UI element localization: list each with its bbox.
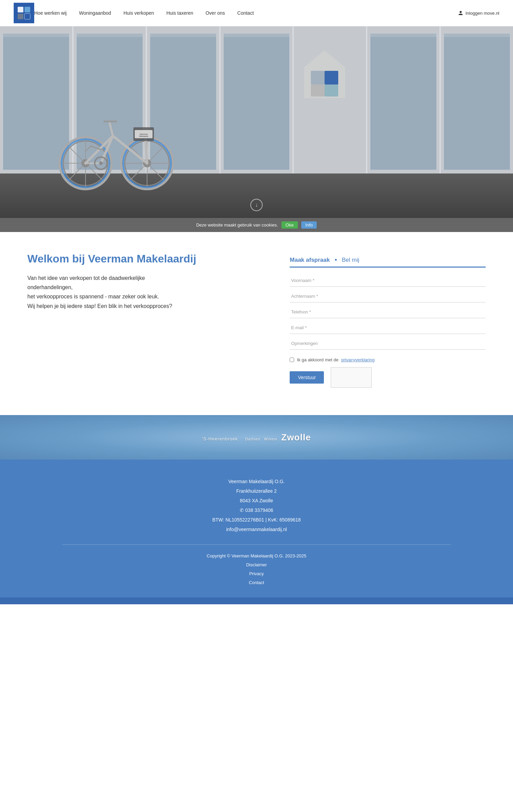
- welcome-title: Welkom bij Veerman Makelaardij: [27, 253, 262, 265]
- copyright-text: Copyright © Veerman Makelaardij O.G. 202…: [207, 553, 306, 558]
- svg-text:Makelaardij: Makelaardij: [139, 135, 148, 137]
- city-dalfsen: Dalfsen: [245, 437, 260, 441]
- svg-rect-2: [25, 7, 30, 13]
- nav-over-ons[interactable]: Over ons: [206, 10, 225, 16]
- welcome-section: Welkom bij Veerman Makelaardij Van het i…: [27, 253, 262, 388]
- wall-panel-6: [367, 26, 441, 177]
- svg-rect-1: [18, 7, 24, 13]
- svg-line-41: [86, 146, 91, 151]
- footer-bottom-bar: [0, 597, 513, 604]
- cookie-info-button[interactable]: Info: [301, 221, 317, 229]
- main-nav: Hoe werken wij Woningaanbod Huis verkope…: [34, 10, 458, 16]
- wall-panel-4: [221, 26, 294, 177]
- tab-bel-mij[interactable]: Bel mij: [342, 257, 359, 263]
- nav-woningaanbod[interactable]: Woningaanbod: [79, 10, 111, 16]
- footer-email-link[interactable]: info@veermanmakelaardij.nl: [226, 527, 287, 532]
- nav-contact[interactable]: Contact: [237, 10, 254, 16]
- login-label: Inloggen move.nl: [465, 11, 499, 16]
- map-cities: 'S-Heerenbroek Dalfsen Willem Zwolle: [202, 432, 311, 443]
- cookie-banner: Deze website maakt gebruik van cookies. …: [0, 218, 513, 232]
- footer-copyright: Copyright © Veerman Makelaardij O.G. 202…: [14, 552, 499, 587]
- city-sheerenbroek: 'S-Heerenbroek: [202, 436, 238, 441]
- puzzle-house-sign: [301, 47, 348, 102]
- achternaam-row: [290, 290, 486, 304]
- opmerkingen-row: [290, 337, 486, 351]
- scroll-down-button[interactable]: ↓: [250, 199, 263, 211]
- recaptcha-widget[interactable]: [331, 367, 372, 388]
- nav-huis-taxeren[interactable]: Huis taxeren: [166, 10, 193, 16]
- city-zwolle: Zwolle: [281, 432, 311, 442]
- cookie-message: Deze website maakt gebruik van cookies.: [196, 222, 278, 228]
- form-tabs: Maak afspraak • Bel mij: [290, 256, 486, 268]
- footer-phone: ✆ 038 3379406: [14, 505, 499, 515]
- nav-hoe-werken-wij[interactable]: Hoe werken wij: [34, 10, 67, 16]
- contact-form-section: Maak afspraak • Bel mij Ik ga akkoord me…: [290, 253, 486, 388]
- footer-address2: 8043 XA Zwolle: [14, 496, 499, 505]
- privacy-checkbox[interactable]: [290, 358, 294, 362]
- wall-panel-7: [441, 26, 513, 177]
- privacy-text: Ik ga akkoord met de: [297, 357, 338, 362]
- nav-huis-verkopen[interactable]: Huis verkopen: [123, 10, 154, 16]
- header: Hoe werken wij Woningaanbod Huis verkope…: [0, 0, 513, 26]
- footer-email: info@veermanmakelaardij.nl: [14, 525, 499, 534]
- footer-privacy-link[interactable]: Privacy: [14, 569, 499, 578]
- wall-panel-5: [294, 26, 367, 177]
- svg-rect-8: [311, 85, 325, 96]
- privacy-row: Ik ga akkoord met de privacyverklaring: [290, 357, 486, 362]
- submit-row: Verstuur: [290, 367, 486, 388]
- footer-disclaimer-link[interactable]: Disclaimer: [14, 560, 499, 569]
- main-content: Welkom bij Veerman Makelaardij Van het i…: [0, 232, 513, 415]
- svg-rect-6: [311, 71, 325, 85]
- footer-btw: BTW: NL105522276B01 | KvK: 65089618: [14, 515, 499, 525]
- hero-section: Veerman Makelaardij ↓: [0, 26, 513, 218]
- login-button[interactable]: Inloggen move.nl: [458, 10, 499, 16]
- voornaam-row: [290, 274, 486, 288]
- city-willem: Willem: [264, 437, 277, 441]
- bicycle: Veerman Makelaardij: [41, 91, 185, 194]
- opmerkingen-input[interactable]: [290, 337, 486, 350]
- submit-button[interactable]: Verstuur: [290, 371, 324, 384]
- footer-divider: [62, 544, 451, 545]
- footer-address1: Frankhuiizerallee 2: [14, 486, 499, 496]
- user-icon: [458, 10, 463, 16]
- email-input[interactable]: [290, 322, 486, 334]
- svg-rect-9: [325, 85, 338, 96]
- tab-separator: •: [334, 256, 337, 264]
- telefoon-row: [290, 306, 486, 320]
- cookie-ok-button[interactable]: Oke: [281, 221, 298, 229]
- map-section: 'S-Heerenbroek Dalfsen Willem Zwolle: [0, 415, 513, 460]
- svg-rect-3: [18, 14, 24, 20]
- email-row: [290, 322, 486, 335]
- footer: Veerman Makelaardij O.G. Frankhuiizerall…: [0, 460, 513, 597]
- footer-company-name: Veerman Makelaardij O.G.: [14, 477, 499, 486]
- logo[interactable]: [14, 3, 34, 23]
- welcome-text: Van het idee van verkopen tot de daadwer…: [27, 273, 262, 311]
- svg-rect-4: [25, 14, 30, 20]
- footer-contact-link[interactable]: Contact: [14, 578, 499, 587]
- footer-company-info: Veerman Makelaardij O.G. Frankhuiizerall…: [14, 477, 499, 534]
- achternaam-input[interactable]: [290, 290, 486, 302]
- privacy-link[interactable]: privacyverklaring: [341, 357, 375, 362]
- tab-maak-afspraak[interactable]: Maak afspraak: [290, 257, 330, 263]
- svg-line-30: [109, 122, 113, 136]
- svg-rect-7: [325, 71, 338, 85]
- voornaam-input[interactable]: [290, 274, 486, 287]
- telefoon-input[interactable]: [290, 306, 486, 318]
- svg-point-39: [99, 162, 103, 165]
